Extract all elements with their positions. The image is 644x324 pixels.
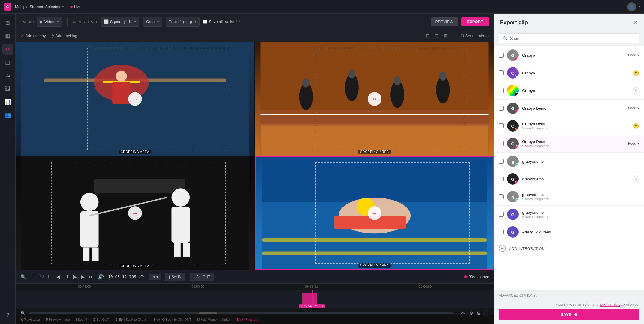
feed-dropdown-0[interactable]: Feed ▾	[628, 53, 639, 57]
crop-select[interactable]: Crop ▾	[143, 17, 162, 27]
play-icon[interactable]: ▶	[73, 274, 77, 280]
layout-quad-icon[interactable]: ⊠	[443, 33, 447, 39]
crop-handle-4[interactable]: ↔	[368, 206, 381, 220]
prev-frame-icon[interactable]: ◀	[56, 274, 60, 280]
timeline-scroll[interactable]	[29, 312, 454, 314]
feed-dropdown-5[interactable]: Feed ▾	[628, 141, 639, 146]
integration-item-7[interactable]: G grabyodemo $	[494, 170, 644, 188]
layout-dual-icon[interactable]: ⊟	[435, 33, 438, 39]
save-all-tracks-input[interactable]	[203, 20, 207, 24]
set-in-button[interactable]: { Set IN	[165, 273, 185, 281]
sidebar-home-icon[interactable]: ⊞	[2, 17, 13, 28]
shortcut-more[interactable]: Shift+? more...	[237, 318, 258, 321]
app-title[interactable]: Multiple Streams Selected ▾	[15, 4, 64, 9]
add-overlay-btn[interactable]: ✓ Add overlay	[20, 34, 46, 38]
preview-button[interactable]: PREVIEW	[431, 17, 458, 26]
video-cell-1[interactable]: ↔ CROPPING AREA	[16, 42, 254, 156]
integration-sub-5: Shared integration	[522, 144, 624, 148]
aspect-ratio-select[interactable]: ⬜ Square (1:1) ▾	[101, 17, 139, 27]
pause-icon[interactable]: ⏸	[64, 274, 69, 280]
sidebar-image-icon[interactable]: 🖼	[2, 83, 13, 94]
speed-badge[interactable]: 1x ▾	[149, 274, 161, 280]
integration-checkbox-rss[interactable]	[499, 230, 504, 234]
set-thumbnail-btn[interactable]: ⊡ Set thumbnail	[461, 34, 489, 38]
next-frame-icon[interactable]: ▶	[81, 274, 85, 280]
shield-icon[interactable]: 🛡	[31, 274, 35, 280]
integration-checkbox-8[interactable]	[499, 194, 504, 199]
svg-rect-28	[94, 179, 185, 193]
platform-badge-1: f	[515, 75, 519, 79]
integration-checkbox-0[interactable]	[499, 53, 504, 58]
save-button[interactable]: SAVE ⊕	[499, 309, 639, 320]
integration-item-5[interactable]: G Grabyo Demo Shared integration Feed ▾	[494, 135, 644, 153]
export-type-select[interactable]: ▶ Video ▾	[37, 17, 62, 27]
svg-point-14	[302, 78, 310, 87]
aspect-ratio-value: Square (1:1)	[110, 19, 132, 24]
integration-item-1[interactable]: G f Grabyo 🙂	[494, 64, 644, 82]
skip-forward-icon[interactable]: ⏭	[89, 274, 94, 280]
clip-marker[interactable]	[302, 293, 317, 305]
integration-checkbox-5[interactable]	[499, 141, 504, 146]
integration-item-9[interactable]: G grabyodemo Shared integration	[494, 206, 644, 223]
crop-handle-3[interactable]: ↔	[128, 206, 142, 220]
video-cell-2[interactable]: ↔ CROPPING AREA	[255, 42, 494, 156]
save-all-tracks-checkbox[interactable]: Save all tracks ⓘ	[203, 19, 240, 24]
integration-checkbox-2[interactable]	[499, 88, 504, 93]
title-chevron[interactable]: ▾	[62, 5, 64, 8]
sidebar-tv-icon[interactable]: ▦	[2, 31, 13, 41]
crop-handle-2[interactable]: ↔	[368, 92, 381, 106]
zoom-plus-icon[interactable]: ⊕	[477, 310, 481, 315]
zoom-out-icon[interactable]: 🔍	[20, 274, 26, 280]
integration-checkbox-9[interactable]	[499, 212, 504, 217]
timeline-zoom-icon[interactable]: 🔍	[20, 311, 26, 315]
integration-item-3[interactable]: G Grabyo Demo Feed ▾	[494, 100, 644, 117]
history-icon[interactable]: ⟳	[140, 274, 144, 280]
add-tracking-btn[interactable]: ◎ Add tracking	[51, 34, 77, 38]
integration-item-8[interactable]: g TK grabyodemo Shared integration	[494, 188, 644, 206]
asset-campaign-link[interactable]: MARKETING	[600, 303, 620, 307]
integration-checkbox-1[interactable]	[499, 70, 504, 75]
integration-item-4[interactable]: G ▶ Grabyo Demo Shared integration 🙂	[494, 117, 644, 135]
feed-dropdown-3[interactable]: Feed ▾	[628, 106, 639, 110]
trim-left-icon[interactable]: ⊢	[48, 274, 52, 280]
zoom-minus-icon[interactable]: ⊖	[469, 310, 473, 315]
sidebar-scissors-icon[interactable]: ✂	[2, 44, 13, 55]
volume-icon[interactable]: 🔊	[98, 274, 104, 280]
export-button[interactable]: EXPORT	[461, 17, 489, 26]
search-input[interactable]	[510, 36, 635, 41]
heart-icon[interactable]: ♡	[40, 274, 44, 280]
integration-item-2[interactable]: G TT Grabyo $	[494, 82, 644, 100]
search-box[interactable]: 🔍	[499, 33, 639, 43]
fullscreen-icon[interactable]: ⛶	[484, 311, 489, 315]
user-chevron[interactable]: ▾	[639, 5, 640, 9]
timeline-area: 🔍 🛡 ♡ ⊢ ◀ ⏸ ▶ ▶ ⏭ 🔊 10:03:12.705 ⟳ 1x ▾ …	[16, 270, 494, 324]
add-integration-btn[interactable]: + ADD INTEGRATION	[494, 241, 644, 256]
integration-checkbox-4[interactable]	[499, 123, 504, 128]
platform-badge-4: ▶	[515, 128, 519, 132]
track-select[interactable]: Track 1 (eng) ▾	[166, 17, 200, 27]
integration-checkbox-7[interactable]	[499, 177, 504, 181]
scroll-thumb[interactable]	[199, 312, 217, 314]
integration-checkbox-6[interactable]	[499, 159, 504, 164]
integration-item-0[interactable]: G Grabyo Feed ▾	[494, 46, 644, 64]
layout-single-icon[interactable]: ⊞	[426, 33, 430, 39]
timeline-bar[interactable]: 09:55:42 1:56:12	[16, 290, 494, 308]
integration-item-rss[interactable]: G Add to RSS feed	[494, 223, 644, 241]
sidebar-chart-icon[interactable]: 📊	[2, 97, 13, 107]
timeline-track[interactable]: 09:45:00 09:50:00 09:55:42 10:00:00 09:5…	[16, 284, 494, 315]
toolbar: EXPORT ▶ Video ▾ ASPECT RATIO ⬜ Square (…	[16, 14, 494, 30]
user-avatar[interactable]: 👤	[627, 2, 636, 11]
sidebar-clip-icon[interactable]: ◫	[2, 57, 13, 68]
video-cell-4[interactable]: ↔ CROPPING AREA	[255, 156, 494, 270]
export-type-value: Video	[44, 19, 54, 24]
set-out-button[interactable]: } Set OUT	[190, 273, 214, 281]
integration-checkbox-3[interactable]	[499, 106, 504, 111]
search-icon: 🔍	[503, 36, 508, 41]
video-cell-3[interactable]: ↔ CROPPING AREA	[16, 156, 254, 270]
sidebar-help-icon[interactable]: ?	[2, 310, 13, 320]
crop-handle-1[interactable]: ↔	[128, 92, 142, 106]
sidebar-users-icon[interactable]: 👥	[2, 110, 13, 120]
panel-close-button[interactable]: ✕	[633, 19, 638, 26]
integration-item-6[interactable]: g TK grabyodemo	[494, 153, 644, 170]
sidebar-folder-icon[interactable]: 🗂	[2, 70, 13, 81]
